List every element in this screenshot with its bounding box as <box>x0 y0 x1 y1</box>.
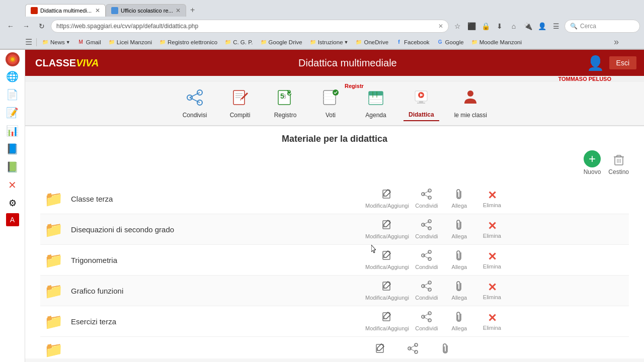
nav-agenda[interactable]: Agenda <box>358 86 393 121</box>
sidebar-icon-file[interactable]: 📄 <box>5 86 21 103</box>
new-button[interactable]: + Nuovo <box>584 150 601 175</box>
attach-icon <box>454 189 465 202</box>
download-icon[interactable]: ⬇ <box>494 20 506 32</box>
nav-le-mie-classi[interactable]: le mie classi <box>449 86 492 121</box>
edit-button[interactable]: Modifica/Aggiungi <box>365 250 409 270</box>
attach-button[interactable]: Allega <box>444 189 474 209</box>
share-icon <box>421 219 432 233</box>
delete-button[interactable]: ✕ Elimina <box>477 250 507 269</box>
address-bar[interactable]: https://web.spaggiari.eu/cvv/app/default… <box>51 20 449 33</box>
sidebar-icon-x[interactable]: ✕ <box>5 177 21 193</box>
delete-icon: ✕ <box>488 250 497 263</box>
delete-button[interactable]: ✕ Elimina <box>477 189 507 208</box>
browser-tab-2[interactable]: Ufficio scolastico re... ✕ <box>106 4 186 17</box>
bookmark-gdrive[interactable]: 📁 Google Drive <box>257 38 305 47</box>
cv-header: CLASSEVIVA Didattica multimediale 👤 Esci <box>25 50 644 76</box>
attach-button[interactable]: Allega <box>444 311 474 331</box>
edit-label: Modifica/Aggiungi <box>365 233 409 239</box>
nav-voti[interactable]: Voti <box>313 86 348 121</box>
address-clear[interactable]: ✕ <box>438 23 443 30</box>
edit-button[interactable]: Modifica/Aggiungi <box>365 281 409 301</box>
extension-icon[interactable]: 🔌 <box>522 20 534 32</box>
svg-line-56 <box>423 252 430 255</box>
sidebar-icon-red[interactable]: A <box>6 213 19 226</box>
edit-icon <box>381 281 392 294</box>
bookmark-star-icon[interactable]: ☆ <box>451 20 463 32</box>
share-button[interactable] <box>398 343 428 357</box>
attach-button[interactable]: Allega <box>444 219 474 239</box>
edit-button[interactable]: Modifica/Aggiungi <box>365 189 409 209</box>
sidebar-icon-firefox[interactable] <box>6 52 20 66</box>
bookmark-google[interactable]: G Google <box>434 38 467 47</box>
sidebar-icon-sheet[interactable]: 📊 <box>5 123 21 139</box>
delete-button[interactable]: ✕ Elimina <box>477 312 507 331</box>
bookmark-licei[interactable]: 📁 Licei Manzoni <box>105 38 155 47</box>
forward-button[interactable]: → <box>20 20 33 33</box>
tab-favicon-1 <box>31 7 38 14</box>
search-bar[interactable]: 🔍 Cerca <box>565 20 640 33</box>
delete-button[interactable]: ✕ Elimina <box>477 220 507 239</box>
attach-button[interactable]: Allega <box>444 250 474 270</box>
sidebar-icon-doc[interactable]: 📝 <box>5 105 21 121</box>
attach-button[interactable]: Allega <box>444 281 474 301</box>
cgp-folder-icon: 📁 <box>224 39 231 46</box>
bookmark-istruzione[interactable]: 📁 Istruzione ▼ <box>306 38 352 47</box>
tab-close-2[interactable]: ✕ <box>176 7 181 14</box>
sidebar-icon-2[interactable]: 🌐 <box>5 68 21 84</box>
edit-button[interactable]: Modifica/Aggiungi <box>365 311 409 331</box>
folder-name: Disequazioni di secondo grado <box>71 225 174 234</box>
trash-button[interactable]: Cestino <box>608 150 629 175</box>
nav-registro[interactable]: 5 8 Registro <box>268 86 303 121</box>
share-button[interactable]: Condividi <box>412 250 442 270</box>
bookmark-cgp[interactable]: 📁 C. G. P. <box>221 38 256 47</box>
share-button[interactable]: Condividi <box>412 311 442 331</box>
folder-icon: 📁 <box>44 221 63 238</box>
sidebar-icon-excel[interactable]: 📗 <box>5 159 21 175</box>
istruzione-folder-icon: 📁 <box>309 39 316 46</box>
security-icon[interactable]: 🔒 <box>479 20 492 32</box>
registr-link[interactable]: Registr <box>345 83 364 89</box>
bookmark-gmail[interactable]: M Gmail <box>74 38 104 47</box>
sidebar-toggle-icon[interactable]: ☰ <box>25 37 32 47</box>
tab-close-1[interactable]: ✕ <box>95 7 100 14</box>
search-placeholder: Cerca <box>580 23 596 30</box>
sidebar-icon-settings[interactable]: ⚙ <box>5 195 21 211</box>
bookmark-google-label: Google <box>445 39 464 45</box>
exit-button[interactable]: Esci <box>609 56 636 69</box>
le-mie-classi-label: le mie classi <box>454 112 487 119</box>
back-button[interactable]: ← <box>4 20 17 33</box>
folders-table: 📁 Classe terza Modifica/ <box>40 184 629 358</box>
folder-name: Grafico funzioni <box>71 287 123 295</box>
edit-label: Modifica/Aggiungi <box>365 295 409 301</box>
edit-button[interactable] <box>365 343 395 357</box>
cv-logo[interactable]: CLASSEVIVA <box>25 57 109 69</box>
screenshot-icon[interactable]: ⬛ <box>465 20 477 32</box>
home-icon[interactable]: ⌂ <box>508 20 520 32</box>
bookmark-facebook[interactable]: f Facebook <box>392 38 433 47</box>
sidebar-icon-word[interactable]: 📘 <box>5 141 21 157</box>
attach-button[interactable] <box>431 343 461 357</box>
istruzione-dropdown-arrow: ▼ <box>344 40 349 45</box>
row-actions: Modifica/Aggiungi <box>365 219 625 239</box>
browser-tab-1[interactable]: Didattica multimedi... ✕ <box>25 4 106 17</box>
refresh-button[interactable]: ↻ <box>35 20 48 33</box>
edit-button[interactable]: Modifica/Aggiungi <box>365 219 409 239</box>
menu-icon[interactable]: ☰ <box>550 20 562 32</box>
new-tab-button[interactable]: + <box>186 3 199 17</box>
bookmark-facebook-label: Facebook <box>404 39 430 45</box>
nav-condivisi[interactable]: Condivisi <box>177 86 212 121</box>
bookmarks-overflow[interactable]: » <box>614 37 619 47</box>
bookmark-onedrive[interactable]: 📁 OneDrive <box>352 38 391 47</box>
share-button[interactable]: Condividi <box>412 281 442 301</box>
share-button[interactable]: Condividi <box>412 189 442 209</box>
delete-button[interactable]: ✕ Elimina <box>477 281 507 300</box>
account-icon[interactable]: 👤 <box>536 20 548 32</box>
attach-label: Allega <box>452 325 467 331</box>
bookmark-onedrive-label: OneDrive <box>364 39 388 45</box>
nav-compiti[interactable]: Compiti <box>222 86 258 121</box>
nav-didattica[interactable]: Didattica <box>404 86 439 121</box>
bookmark-moodle[interactable]: 📁 Moodle Manzoni <box>468 38 525 47</box>
bookmark-news[interactable]: 📁 News ▼ <box>39 38 73 47</box>
bookmark-registro[interactable]: 📁 Registro elettronico <box>156 38 220 47</box>
share-button[interactable]: Condividi <box>412 219 442 239</box>
